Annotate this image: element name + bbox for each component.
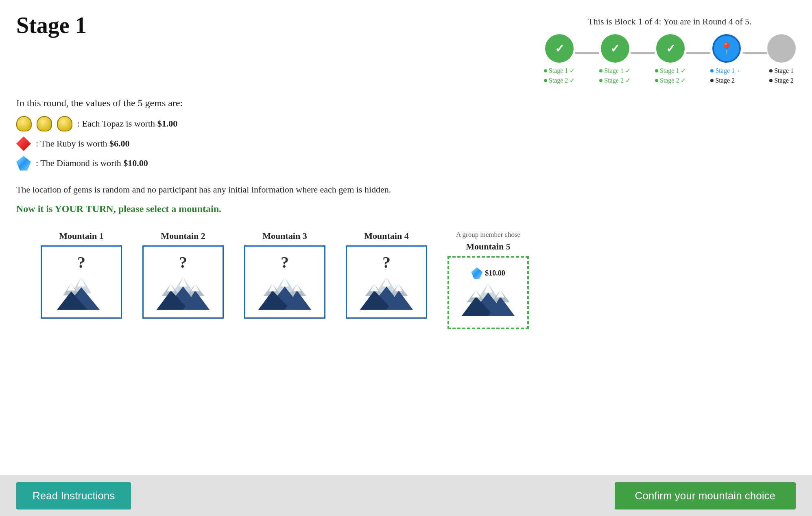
connector-2-3 — [631, 52, 655, 54]
svg-marker-14 — [191, 284, 199, 291]
mountain-1-box[interactable]: ? — [41, 245, 122, 319]
dot-blue-1 — [710, 69, 714, 72]
step-3: ✓ Stage 1 ✓ Stage 2 ✓ — [655, 34, 686, 85]
location-text: The location of gems is random and no pa… — [16, 183, 796, 196]
mountain-5-diamond-icon — [471, 267, 482, 279]
gem-section: In this round, the values of the 5 gems … — [16, 98, 796, 171]
mountain-2-item: Mountain 2 ? — [142, 231, 224, 319]
header-row: Stage 1 This is Block 1 of 4: You are in… — [16, 12, 796, 85]
svg-marker-31 — [370, 284, 378, 291]
step-circle-3: ✓ — [656, 34, 685, 63]
step4-stage2: Stage 2 — [710, 76, 735, 85]
turn-text: Now it is YOUR TURN, please select a mou… — [16, 203, 796, 214]
step-labels-3: Stage 1 ✓ Stage 2 ✓ — [655, 66, 686, 85]
dot-green-5 — [655, 69, 658, 72]
mountain-4-svg — [360, 275, 413, 312]
svg-marker-5 — [67, 283, 75, 291]
mountains-section: Mountain 1 ? Mountain 2 — [16, 231, 796, 329]
diamond-value: $10.00 — [123, 158, 148, 168]
dot-green-2 — [544, 79, 547, 82]
mountain-5-diamond-value: $10.00 — [471, 267, 505, 279]
progress-steps: ✓ Stage 1 ✓ Stage 2 ✓ — [544, 34, 796, 85]
step-circle-5 — [767, 34, 796, 63]
dot-black-2 — [769, 69, 773, 72]
step1-stage2: Stage 2 ✓ — [544, 76, 575, 85]
step5-stage2-label: Stage 2 — [774, 76, 794, 85]
confirm-mountain-button[interactable]: Confirm your mountain choice — [615, 482, 796, 509]
step-circle-4: 📍 — [712, 34, 741, 63]
step3-stage2: Stage 2 ✓ — [655, 76, 686, 85]
step-circle-2: ✓ — [601, 34, 629, 63]
mountain-2-svg — [157, 275, 210, 312]
mountain-1-svg — [55, 275, 108, 312]
step3-stage1-label: Stage 1 ✓ — [660, 66, 686, 76]
step3-stage2-label: Stage 2 ✓ — [660, 76, 686, 85]
stage-title: Stage 1 — [16, 12, 87, 38]
mountain-4-box[interactable]: ? — [346, 245, 427, 319]
mountain-3-item: Mountain 3 ? — [244, 231, 325, 319]
step-5: Stage 1 Stage 2 — [767, 34, 796, 85]
svg-marker-23 — [293, 284, 301, 291]
dot-green-1 — [544, 69, 547, 72]
step4-stage1: Stage 1 ← — [710, 66, 743, 76]
mountain-1-item: Mountain 1 ? — [41, 231, 122, 319]
step2-stage2: Stage 2 ✓ — [599, 76, 631, 85]
dot-black-1 — [710, 79, 714, 82]
diamond-label: : The Diamond is worth $10.00 — [36, 158, 148, 168]
step4-stage2-label: Stage 2 — [715, 76, 735, 85]
progress-label: This is Block 1 of 4: You are in Round 4… — [588, 16, 751, 27]
ruby-label: : The Ruby is worth $6.00 — [36, 138, 130, 149]
step-labels-5: Stage 1 Stage 2 — [769, 66, 794, 85]
gem-intro: In this round, the values of the 5 gems … — [16, 98, 796, 109]
group-member-label: A group member chose — [456, 231, 520, 239]
step2-stage2-label: Stage 2 ✓ — [604, 76, 631, 85]
mountain-5-box[interactable]: $10.00 — [447, 256, 529, 329]
mountain-3-question: ? — [281, 253, 289, 272]
mountain-2-box[interactable]: ? — [142, 245, 224, 319]
mountain-5-svg — [462, 281, 515, 318]
mountain-4-label: Mountain 4 — [364, 231, 408, 241]
step2-stage1-label: Stage 1 ✓ — [604, 66, 631, 76]
step-labels-4: Stage 1 ← Stage 2 — [710, 66, 743, 85]
svg-marker-22 — [268, 284, 277, 291]
step5-stage2: Stage 2 — [769, 76, 794, 85]
footer-bar: Read Instructions Confirm your mountain … — [0, 475, 812, 516]
svg-marker-13 — [167, 284, 175, 291]
dot-green-4 — [599, 79, 602, 82]
diamond-icon — [16, 156, 31, 171]
step1-stage2-label: Stage 2 ✓ — [549, 76, 575, 85]
mountain-3-svg — [258, 275, 311, 312]
diamond-row: : The Diamond is worth $10.00 — [16, 156, 796, 171]
ruby-value: $6.00 — [109, 138, 130, 149]
mountain-1-label: Mountain 1 — [59, 231, 103, 241]
read-instructions-button[interactable]: Read Instructions — [16, 482, 131, 509]
mountain-3-box[interactable]: ? — [244, 245, 325, 319]
step1-stage1-label: Stage 1 ✓ — [549, 66, 575, 76]
step1-stage1: Stage 1 ✓ — [544, 66, 575, 76]
topaz-label: : Each Topaz is worth $1.00 — [77, 118, 177, 129]
step-4: 📍 Stage 1 ← Stage 2 — [710, 34, 743, 85]
connector-3-4 — [686, 52, 710, 54]
dot-black-3 — [769, 79, 773, 82]
mountain-1-question: ? — [77, 253, 85, 272]
step4-stage1-label: Stage 1 ← — [715, 66, 743, 76]
dot-green-3 — [599, 69, 602, 72]
connector-1-2 — [575, 52, 599, 54]
topaz-icon-3 — [57, 116, 72, 131]
topaz-icon-2 — [37, 116, 52, 131]
svg-marker-41 — [496, 290, 504, 297]
svg-marker-40 — [472, 290, 480, 297]
ruby-icon — [16, 136, 31, 151]
mountain-5-value: $10.00 — [485, 269, 505, 278]
step5-stage1: Stage 1 — [769, 66, 794, 76]
mountain-4-item: Mountain 4 ? — [346, 231, 427, 319]
step-circle-1: ✓ — [545, 34, 574, 63]
dot-green-6 — [655, 79, 658, 82]
topaz-value: $1.00 — [157, 118, 178, 129]
ruby-row: : The Ruby is worth $6.00 — [16, 136, 796, 151]
step3-stage1: Stage 1 ✓ — [655, 66, 686, 76]
mountain-5-item: A group member chose Mountain 5 $10.00 — [447, 231, 529, 329]
mountain-2-label: Mountain 2 — [161, 231, 205, 241]
mountain-3-label: Mountain 3 — [262, 231, 307, 241]
progress-section: This is Block 1 of 4: You are in Round 4… — [544, 16, 796, 85]
